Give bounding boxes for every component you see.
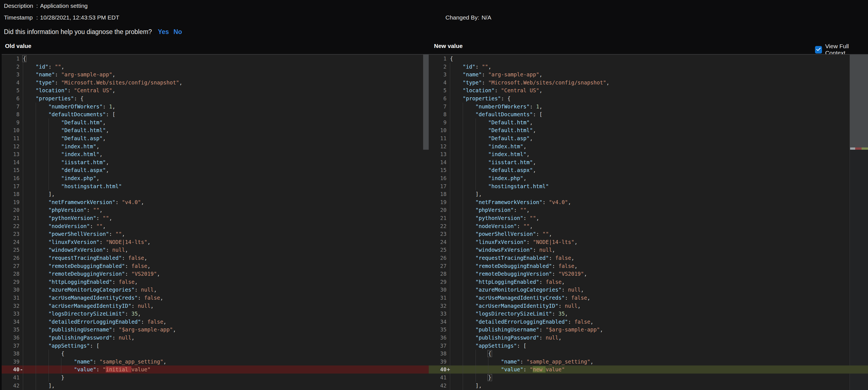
code-line: 17 "hostingstart.html" bbox=[2, 182, 429, 190]
code-text: "windowsFxVersion": null, bbox=[23, 246, 128, 254]
code-text: { bbox=[450, 55, 453, 63]
line-number: 41 bbox=[429, 373, 446, 382]
line-number: 28 bbox=[2, 270, 20, 278]
code-text: "phpVersion": "", bbox=[23, 206, 103, 214]
line-number: 36 bbox=[429, 334, 446, 342]
code-text: "Default.html", bbox=[23, 126, 109, 134]
code-text: "appSettings": [ bbox=[23, 342, 100, 350]
line-number: 30 bbox=[2, 286, 20, 294]
line-number: 39 bbox=[2, 358, 20, 366]
code-line: 38 { bbox=[429, 350, 868, 358]
code-line: 5 "location": "Central US", bbox=[2, 87, 429, 95]
line-number: 3 bbox=[429, 70, 446, 78]
line-number: 32 bbox=[2, 302, 20, 310]
code-text: "httpLoggingEnabled": false, bbox=[23, 278, 138, 286]
code-text: "location": "Central US", bbox=[23, 87, 116, 95]
line-number: 32 bbox=[429, 302, 446, 310]
code-text: "name": "arg-sample-app", bbox=[450, 70, 542, 78]
code-line: 14 "iisstart.htm", bbox=[2, 158, 429, 166]
line-number: 37 bbox=[429, 342, 446, 350]
line-number: 12 bbox=[429, 142, 446, 151]
line-number: 11 bbox=[429, 134, 446, 142]
code-line: 23 "powerShellVersion": "", bbox=[2, 230, 429, 238]
code-line: 24 "linuxFxVersion": "NODE|14-lts", bbox=[429, 238, 868, 246]
code-line: 16 "index.php", bbox=[429, 174, 868, 182]
line-number: 38 bbox=[2, 350, 20, 358]
code-text: "remoteDebuggingEnabled": false, bbox=[23, 262, 151, 270]
code-line: 10 "Default.html", bbox=[429, 126, 868, 134]
code-line: 1{ bbox=[429, 55, 868, 63]
code-text: "hostingstart.html" bbox=[23, 182, 122, 190]
description-row: Description:Application setting bbox=[4, 2, 88, 9]
line-number: 23 bbox=[2, 230, 20, 238]
line-number: 36 bbox=[2, 334, 20, 342]
line-number: 26 bbox=[429, 254, 446, 262]
feedback-row: Did this information help you diagnose t… bbox=[4, 28, 152, 36]
code-text: "remoteDebuggingVersion": "VS2019", bbox=[23, 270, 160, 278]
code-text: "index.html", bbox=[23, 150, 103, 158]
added-line-sign: + bbox=[447, 365, 450, 373]
code-text: "defaultDocuments": [ bbox=[450, 110, 542, 119]
line-number: 10 bbox=[2, 126, 20, 134]
line-number: 22 bbox=[2, 222, 20, 230]
line-number: 25 bbox=[2, 246, 20, 254]
code-line: 34 "detailedErrorLoggingEnabled": false, bbox=[429, 318, 868, 326]
code-text: "value": "initial value" bbox=[23, 365, 151, 373]
line-number: 17 bbox=[429, 182, 446, 190]
code-text: } bbox=[23, 373, 64, 382]
line-number: 3 bbox=[2, 70, 20, 78]
code-line: 18 ], bbox=[429, 190, 868, 198]
code-line: 25 "windowsFxVersion": null, bbox=[429, 246, 868, 254]
code-text: "acrUseManagedIdentityCreds": false, bbox=[450, 294, 590, 302]
line-number: 40 bbox=[2, 365, 20, 373]
code-line: 14 "iisstart.htm", bbox=[429, 158, 868, 166]
line-number: 14 bbox=[2, 158, 20, 166]
code-text: "name": "sample_app_setting", bbox=[23, 358, 166, 366]
change-analysis-diff-view: { "meta": { "description": { "label": "D… bbox=[0, 0, 868, 390]
view-full-context-checkbox[interactable] bbox=[815, 46, 822, 54]
feedback-yes-link[interactable]: Yes bbox=[158, 28, 169, 36]
code-line: 2 "id": "", bbox=[429, 63, 868, 71]
code-text: "publishingPassword": null, bbox=[450, 334, 561, 342]
code-line: 4 "type": "Microsoft.Web/sites/config/sn… bbox=[2, 78, 429, 87]
line-number: 28 bbox=[429, 270, 446, 278]
bracket-match-box bbox=[488, 374, 492, 381]
code-line: 12 "index.htm", bbox=[2, 142, 429, 151]
code-line: 8 "defaultDocuments": [ bbox=[2, 110, 429, 119]
code-text: "pythonVersion": "", bbox=[23, 214, 112, 222]
line-number: 7 bbox=[429, 103, 446, 111]
line-number: 4 bbox=[2, 78, 20, 87]
removed-line-sign: - bbox=[20, 365, 23, 373]
line-number: 1 bbox=[429, 55, 446, 63]
line-number: 27 bbox=[429, 262, 446, 270]
code-line: 1{ bbox=[2, 55, 429, 63]
line-number: 41 bbox=[2, 373, 20, 382]
code-line: 32 "acrUserManagedIdentityID": null, bbox=[2, 302, 429, 310]
code-text: "location": "Central US", bbox=[450, 87, 542, 95]
line-number: 29 bbox=[2, 278, 20, 286]
line-number: 31 bbox=[429, 294, 446, 302]
code-line: 18 ], bbox=[2, 190, 429, 198]
changed-text: new bbox=[533, 366, 546, 372]
code-text: "hostingstart.html" bbox=[450, 182, 549, 190]
line-number: 4 bbox=[429, 78, 446, 87]
feedback-no-link[interactable]: No bbox=[174, 28, 182, 36]
code-text: "requestTracingEnabled": false, bbox=[450, 254, 574, 262]
line-number: 18 bbox=[2, 190, 20, 198]
code-text: "publishingPassword": null, bbox=[23, 334, 134, 342]
new-value-editor-pane[interactable]: 1{2 "id": "",3 "name": "arg-sample-app",… bbox=[429, 55, 868, 390]
code-line: 10 "Default.html", bbox=[2, 126, 429, 134]
code-line: 42 ], bbox=[429, 382, 868, 390]
code-line: 15 "default.aspx", bbox=[2, 166, 429, 174]
line-number: 21 bbox=[2, 214, 20, 222]
line-number: 16 bbox=[429, 174, 446, 182]
changed-text: initial bbox=[106, 366, 131, 372]
line-number: 19 bbox=[429, 198, 446, 206]
line-number: 20 bbox=[2, 206, 20, 214]
line-number: 37 bbox=[2, 342, 20, 350]
code-line: 31 "acrUseManagedIdentityCreds": false, bbox=[2, 294, 429, 302]
code-text: "index.php", bbox=[450, 174, 527, 182]
changed-by-separator: : bbox=[478, 14, 479, 21]
old-value-editor-pane[interactable]: 1{2 "id": "",3 "name": "arg-sample-app",… bbox=[2, 55, 429, 390]
code-text: { bbox=[23, 350, 64, 358]
